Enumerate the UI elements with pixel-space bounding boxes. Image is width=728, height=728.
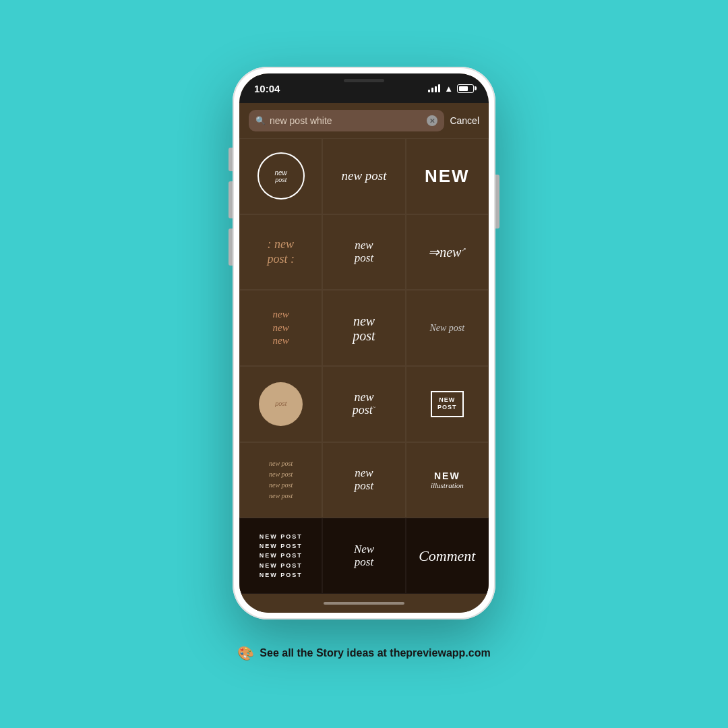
sticker-line: NEW POST xyxy=(260,551,303,560)
sticker-handwritten-new-post: new post xyxy=(353,313,375,343)
phone-mockup: 10:04 ▲ 🔍 n xyxy=(233,67,495,619)
sticker-line: NEW POST xyxy=(260,570,303,580)
sticker-line: post~ xyxy=(353,404,375,417)
sticker-stacked-new-post: new post xyxy=(355,239,373,264)
sticker-cell-4[interactable]: : new post : xyxy=(239,214,322,291)
sticker-cell-14[interactable]: new post xyxy=(322,442,405,518)
sticker-circle-new-post: new post xyxy=(257,152,305,200)
sticker-cell-2[interactable]: new post xyxy=(322,138,405,214)
sticker-cell-11[interactable]: new post~ xyxy=(322,366,405,442)
notch xyxy=(344,79,384,82)
sticker-line: post xyxy=(355,480,373,493)
sticker-cell-8[interactable]: new post xyxy=(322,290,405,366)
sticker-line: NEW xyxy=(431,471,464,481)
sticker-line: NEW POST xyxy=(260,532,303,541)
footer-text: See all the Story ideas at thepreviewapp… xyxy=(260,647,490,659)
sticker-bold-new: NEW xyxy=(425,166,470,187)
sticker-line: NEW xyxy=(437,396,457,404)
sticker-text: post xyxy=(275,400,286,408)
sticker-text: post xyxy=(275,177,286,183)
sticker-arrow-new: ⇒new↗ xyxy=(428,244,466,260)
sticker-cell-15[interactable]: NEW illustration xyxy=(406,442,489,518)
signal-bar-3 xyxy=(435,86,437,92)
signal-bar-4 xyxy=(438,84,440,92)
home-indicator xyxy=(239,594,489,613)
sticker-line: new xyxy=(273,308,289,322)
sticker-line: post : xyxy=(267,252,295,267)
sticker-cell-12[interactable]: NEW POST xyxy=(406,366,489,442)
sticker-comment: Comment xyxy=(419,547,475,565)
status-icons: ▲ xyxy=(428,84,474,94)
sticker-line: new post xyxy=(269,491,293,502)
search-icon: 🔍 xyxy=(255,116,266,125)
sticker-text: new xyxy=(274,169,286,177)
home-bar xyxy=(324,602,404,605)
sticker-cursive-medium-new-post: new post xyxy=(355,467,373,492)
sticker-circle-beige-post: post xyxy=(259,382,303,426)
sticker-cell-7[interactable]: new new new xyxy=(239,290,322,366)
phone-screen: 10:04 ▲ 🔍 n xyxy=(239,73,489,613)
sticker-cell-17[interactable]: New post xyxy=(322,518,405,594)
sticker-cell-9[interactable]: New post xyxy=(406,290,489,366)
sticker-line: NEW POST xyxy=(260,561,303,570)
sticker-line: post xyxy=(353,328,375,343)
sticker-line: new xyxy=(273,334,289,348)
sticker-script-colon-new-post: : new post : xyxy=(267,237,295,266)
sticker-line: new post xyxy=(269,480,293,491)
power-button xyxy=(495,175,499,229)
search-input-value[interactable]: new post white xyxy=(270,115,423,126)
sticker-new-illustration: NEW illustration xyxy=(431,471,464,489)
sticker-line: new xyxy=(273,322,289,335)
sticker-line: new xyxy=(355,239,373,252)
sticker-boxed-new-post: NEW POST xyxy=(431,391,464,417)
signal-bar-2 xyxy=(431,88,433,92)
footer: 🎨 See all the Story ideas at thepreviewa… xyxy=(237,645,490,661)
sticker-line: post xyxy=(355,252,373,265)
sticker-line: new xyxy=(355,467,373,480)
sticker-line: new xyxy=(353,313,375,328)
sticker-cell-3[interactable]: NEW xyxy=(406,138,489,214)
sticker-cell-10[interactable]: post xyxy=(239,366,322,442)
sticker-thin-new-post: New post xyxy=(429,323,464,334)
footer-icon: 🎨 xyxy=(237,645,254,661)
search-clear-button[interactable]: ✕ xyxy=(427,115,437,126)
status-time: 10:04 xyxy=(254,83,280,94)
sticker-bold-stacked-new-post: NEW POST NEW POST NEW POST NEW POST NEW … xyxy=(260,532,303,580)
sticker-line: new post xyxy=(269,469,293,480)
phone-frame: 10:04 ▲ 🔍 n xyxy=(233,67,495,619)
sticker-line: : new xyxy=(267,237,295,252)
sticker-cell-6[interactable]: ⇒new↗ xyxy=(406,214,489,291)
sticker-triple-new: new new new xyxy=(273,308,289,348)
signal-bar-1 xyxy=(428,90,430,92)
sticker-line: illustration xyxy=(431,481,464,489)
search-bar[interactable]: 🔍 new post white ✕ xyxy=(249,110,444,131)
sticker-line: POST xyxy=(437,404,457,412)
sticker-stacked-list: new post new post new post new post xyxy=(269,458,293,502)
sticker-line: new post xyxy=(269,458,293,469)
sticker-script-new-post-bottom: New post xyxy=(354,543,374,568)
search-container: 🔍 new post white ✕ Cancel xyxy=(239,103,489,138)
signal-icon xyxy=(428,84,440,92)
sticker-cell-13[interactable]: new post new post new post new post xyxy=(239,442,322,518)
cancel-button[interactable]: Cancel xyxy=(450,115,479,126)
sticker-cell-5[interactable]: new post xyxy=(322,214,405,291)
sticker-cursive-new-post: new post xyxy=(341,169,386,183)
battery-icon xyxy=(457,84,474,93)
sticker-grid: new post new post NEW : new post : xyxy=(239,138,489,594)
sticker-line: new xyxy=(353,391,375,404)
battery-fill xyxy=(459,86,468,91)
status-bar: 10:04 ▲ xyxy=(239,73,489,103)
sticker-line: New xyxy=(354,543,374,556)
sticker-cell-18[interactable]: Comment xyxy=(406,518,489,594)
sticker-line: NEW POST xyxy=(260,541,303,551)
sticker-italic-new-post: new post~ xyxy=(353,391,375,418)
wifi-icon: ▲ xyxy=(444,84,453,94)
sticker-cell-16[interactable]: NEW POST NEW POST NEW POST NEW POST NEW … xyxy=(239,518,322,594)
sticker-line: post xyxy=(354,556,374,569)
sticker-cell-1[interactable]: new post xyxy=(239,138,322,214)
